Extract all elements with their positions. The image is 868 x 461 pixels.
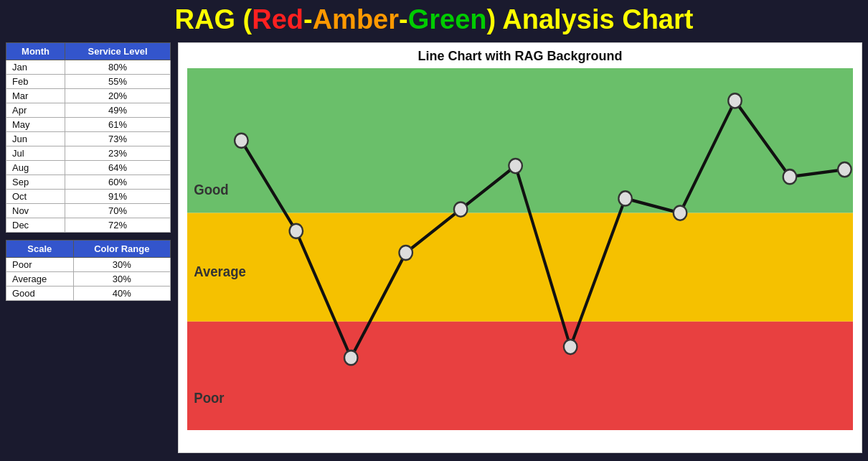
data-point (454, 202, 468, 216)
chart-panel: Line Chart with RAG Background Good Aver… (178, 42, 862, 453)
good-label: Good (194, 182, 228, 198)
scale-row: 40% (73, 287, 170, 301)
table-row: 80% (65, 60, 171, 75)
data-point (783, 169, 797, 184)
title-green: Green (408, 4, 487, 34)
data-table: Month Service Level Jan80%Feb55%Mar20%Ap… (6, 42, 171, 233)
page-title: RAG (Red-Amber-Green) Analysis Chart (0, 0, 868, 38)
table-row: May (6, 118, 65, 132)
scale-row: Poor (6, 258, 74, 272)
col-header-color-range: Color Range (73, 241, 170, 258)
poor-label: Poor (194, 389, 225, 406)
table-row: 49% (65, 103, 171, 118)
title-prefix: RAG ( (175, 4, 253, 34)
average-label: Average (194, 263, 246, 279)
title-dash2: - (399, 4, 408, 34)
table-row: 91% (65, 190, 171, 204)
table-row: 61% (65, 118, 171, 132)
scale-row: 30% (73, 258, 170, 272)
col-header-month: Month (6, 43, 65, 60)
data-point (838, 162, 852, 177)
amber-band (187, 213, 853, 322)
title-suffix: ) Analysis Chart (487, 4, 694, 34)
red-band (187, 322, 853, 430)
data-point (290, 224, 303, 238)
col-header-scale: Scale (6, 241, 74, 258)
left-panel: Month Service Level Jan80%Feb55%Mar20%Ap… (6, 42, 171, 453)
table-row: Dec (6, 218, 65, 233)
scale-row: Average (6, 272, 74, 287)
table-row: Jun (6, 132, 65, 146)
title-dash1: - (303, 4, 313, 34)
table-row: Nov (6, 204, 65, 218)
chart-area: Good Average Poor JanFebMarAprMayJunJulA… (187, 68, 853, 430)
chart-svg: Good Average Poor JanFebMarAprMayJunJulA… (187, 68, 853, 430)
table-row: Aug (6, 161, 65, 175)
table-row: Sep (6, 175, 65, 190)
table-row: 23% (65, 146, 171, 161)
data-point (344, 350, 358, 365)
table-row: Apr (6, 103, 65, 118)
data-point (399, 246, 412, 260)
title-red: Red (252, 4, 303, 34)
scale-row: 30% (73, 272, 170, 287)
data-point (618, 191, 632, 205)
table-row: 70% (65, 204, 171, 218)
title-amber: Amber (313, 4, 399, 34)
data-point (728, 93, 742, 108)
table-row: 72% (65, 218, 171, 233)
table-row: 64% (65, 161, 171, 175)
table-row: Jan (6, 60, 65, 75)
main-content: Month Service Level Jan80%Feb55%Mar20%Ap… (0, 38, 868, 456)
table-row: 20% (65, 89, 171, 103)
data-point (674, 206, 687, 220)
chart-title: Line Chart with RAG Background (187, 49, 853, 64)
table-row: 55% (65, 75, 171, 89)
table-row: Oct (6, 190, 65, 204)
data-point (235, 134, 248, 148)
green-band (187, 68, 853, 213)
col-header-service-level: Service Level (65, 43, 171, 60)
data-point (564, 340, 577, 354)
table-row: 60% (65, 175, 171, 190)
scale-table: Scale Color Range Poor30%Average30%Good4… (6, 240, 171, 301)
scale-row: Good (6, 287, 74, 301)
table-row: Jul (6, 146, 65, 161)
table-row: Feb (6, 75, 65, 89)
table-row: 73% (65, 132, 171, 146)
table-row: Mar (6, 89, 65, 103)
data-point (509, 159, 522, 173)
